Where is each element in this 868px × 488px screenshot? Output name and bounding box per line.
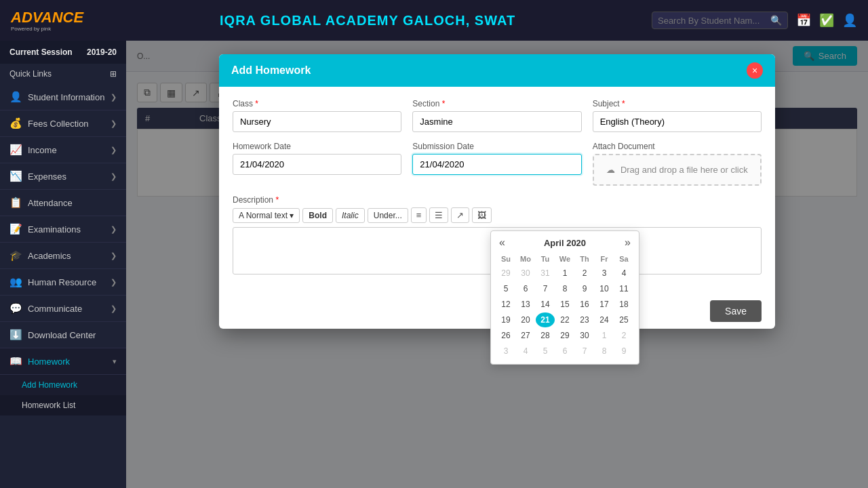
cal-day[interactable]: 22 (555, 312, 574, 327)
cal-day[interactable]: 16 (575, 297, 594, 312)
cal-day[interactable]: 12 (496, 297, 515, 312)
cal-day[interactable]: 9 (614, 344, 633, 359)
cal-day[interactable]: 31 (536, 266, 555, 281)
cal-day[interactable]: 26 (496, 328, 515, 343)
cal-day[interactable]: 19 (496, 312, 515, 327)
italic-btn[interactable]: Italic (336, 208, 365, 223)
cal-day[interactable]: 8 (595, 344, 614, 359)
subject-label: Subject * (593, 99, 762, 108)
chevron-icon-5: ❯ (111, 225, 117, 234)
cal-day[interactable]: 7 (575, 344, 594, 359)
align-center-btn[interactable]: ☰ (429, 207, 448, 223)
chevron-icon-6: ❯ (111, 251, 117, 260)
cal-day[interactable]: 6 (555, 344, 574, 359)
cal-day[interactable]: 24 (595, 312, 614, 327)
cal-day[interactable]: 6 (516, 281, 535, 296)
cal-day[interactable]: 4 (516, 344, 535, 359)
search-input[interactable] (658, 16, 766, 26)
cal-prev-btn[interactable]: « (496, 237, 508, 249)
cal-day[interactable]: 11 (614, 281, 633, 296)
cal-day[interactable]: 20 (516, 312, 535, 327)
section-select[interactable]: Jasmine (412, 111, 581, 132)
fees-icon: 💰 (9, 117, 22, 129)
search-box[interactable]: 🔍 (652, 12, 788, 29)
bold-btn[interactable]: Bold (302, 208, 333, 223)
cal-day[interactable]: 15 (555, 297, 574, 312)
cal-day[interactable]: 7 (536, 281, 555, 296)
sidebar-label-academics: Academics (28, 251, 71, 261)
attendance-icon: 📋 (9, 197, 22, 209)
sidebar-item-academics[interactable]: 🎓 Academics ❯ (0, 243, 126, 269)
underline-btn[interactable]: Under... (368, 208, 408, 223)
sidebar-item-expenses[interactable]: 📉 Expenses ❯ (0, 163, 126, 190)
homework-icon: 📖 (9, 355, 22, 367)
cal-day[interactable]: 17 (595, 297, 614, 312)
modal-header: Add Homework × (219, 54, 775, 87)
check-icon[interactable]: ✅ (819, 13, 834, 28)
cal-day[interactable]: 18 (614, 297, 633, 312)
link-btn[interactable]: ↗ (451, 207, 469, 223)
sidebar-label-expenses: Expenses (28, 171, 66, 182)
cal-day[interactable]: 29 (555, 328, 574, 343)
image-insert-btn[interactable]: 🖼 (472, 207, 492, 223)
sidebar-item-student-information[interactable]: 👤 Student Information ❯ (0, 84, 126, 110)
sidebar-item-fees-collection[interactable]: 💰 Fees Collection ❯ (0, 110, 126, 137)
cal-day[interactable]: 2 (575, 266, 594, 281)
search-icon[interactable]: 🔍 (770, 15, 782, 26)
sidebar-label-attendance: Attendance (28, 198, 73, 208)
cal-day-today[interactable]: 21 (536, 312, 555, 327)
communicate-icon: 💬 (9, 302, 22, 314)
cal-day[interactable]: 14 (536, 297, 555, 312)
cal-day[interactable]: 3 (595, 266, 614, 281)
sidebar-item-human-resource[interactable]: 👥 Human Resource ❯ (0, 269, 126, 296)
cal-day[interactable]: 10 (595, 281, 614, 296)
user-icon[interactable]: 👤 (842, 13, 857, 28)
sidebar-subitem-homework-list[interactable]: Homework List (0, 395, 126, 415)
cal-day[interactable]: 5 (496, 281, 515, 296)
cal-day[interactable]: 1 (595, 328, 614, 343)
calendar-icon[interactable]: 📅 (796, 13, 811, 28)
sidebar-item-attendance[interactable]: 📋 Attendance (0, 190, 126, 216)
description-label: Description * (233, 195, 762, 205)
sidebar-label-homework: Homework (28, 357, 70, 367)
cal-day[interactable]: 8 (555, 281, 574, 296)
sidebar-subitem-add-homework[interactable]: Add Homework (0, 375, 126, 395)
sidebar-item-income[interactable]: 📈 Income ❯ (0, 137, 126, 163)
cal-day[interactable]: 2 (614, 328, 633, 343)
cal-day[interactable]: 29 (496, 266, 515, 281)
sidebar-label-student: Student Information (28, 92, 104, 102)
sidebar-item-download-center[interactable]: ⬇️ Download Center (0, 322, 126, 348)
sidebar-label-income: Income (28, 145, 57, 155)
cal-day[interactable]: 23 (575, 312, 594, 327)
download-icon: ⬇️ (9, 329, 22, 341)
save-button[interactable]: Save (710, 300, 762, 322)
sidebar-item-communicate[interactable]: 💬 Communicate ❯ (0, 296, 126, 322)
homework-date-input[interactable] (233, 154, 401, 175)
align-left-btn[interactable]: ≡ (411, 207, 427, 223)
cal-day[interactable]: 13 (516, 297, 535, 312)
sidebar-item-homework[interactable]: 📖 Homework ▾ (0, 348, 126, 375)
subject-select[interactable]: English (Theory) (593, 111, 762, 132)
sidebar-item-examinations[interactable]: 📝 Examinations ❯ (0, 216, 126, 243)
cal-day[interactable]: 30 (575, 328, 594, 343)
drag-drop-area[interactable]: ☁ Drag and drop a file here or click (593, 154, 762, 186)
class-select[interactable]: Nursery (233, 111, 401, 132)
quick-links[interactable]: Quick Links ⊞ (0, 64, 126, 84)
cal-day[interactable]: 3 (496, 344, 515, 359)
text-format-btn[interactable]: A Normal text ▾ (233, 208, 300, 223)
cal-day[interactable]: 5 (536, 344, 555, 359)
cal-day[interactable]: 9 (575, 281, 594, 296)
cal-day[interactable]: 1 (555, 266, 574, 281)
modal-close-button[interactable]: × (747, 62, 763, 79)
cal-day[interactable]: 4 (614, 266, 633, 281)
cal-next-btn[interactable]: » (622, 237, 633, 249)
cal-day[interactable]: 30 (516, 266, 535, 281)
editor-toolbar: A Normal text ▾ Bold Italic Under... ≡ ☰… (233, 207, 762, 223)
sub-label-homework-list: Homework List (22, 401, 75, 410)
submission-date-input[interactable] (412, 154, 581, 175)
cal-day[interactable]: 28 (536, 328, 555, 343)
cal-day[interactable]: 25 (614, 312, 633, 327)
chevron-icon-4: ❯ (111, 172, 117, 181)
cal-day[interactable]: 27 (516, 328, 535, 343)
modal-overlay[interactable]: Add Homework × Class * (126, 41, 868, 488)
